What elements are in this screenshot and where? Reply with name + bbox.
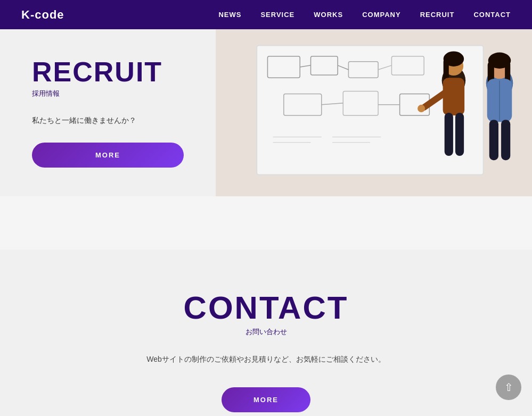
chevron-up-icon: ⇧ <box>504 381 513 394</box>
header: K-code NEWS SERVICE WORKS COMPANY RECRUI… <box>0 0 532 29</box>
recruit-more-button[interactable]: MORE <box>32 143 184 168</box>
svg-rect-35 <box>501 120 510 160</box>
nav-company[interactable]: COMPANY <box>362 11 400 19</box>
section-spacer <box>0 196 532 249</box>
recruit-left-panel: RECRUIT 採用情報 私たちと一緒に働きませんか？ MORE <box>0 29 216 196</box>
svg-rect-21 <box>444 59 449 81</box>
contact-description: Webサイトの制作のご依頼やお見積りなど、お気軽にご相談ください。 <box>21 353 511 366</box>
contact-title: CONTACT <box>21 292 511 324</box>
nav-recruit[interactable]: RECRUIT <box>420 11 455 19</box>
nav-news[interactable]: NEWS <box>218 11 241 19</box>
scroll-to-top-button[interactable]: ⇧ <box>496 375 521 400</box>
svg-rect-26 <box>455 113 464 156</box>
contact-subtitle: お問い合わせ <box>21 327 511 337</box>
contact-more-button[interactable]: MORE <box>222 387 310 412</box>
svg-rect-25 <box>445 113 453 156</box>
main-content: RECRUIT 採用情報 私たちと一緒に働きませんか？ MORE <box>0 29 532 416</box>
recruit-image <box>216 29 532 196</box>
svg-point-23 <box>418 105 425 112</box>
svg-rect-24 <box>443 78 465 115</box>
nav-service[interactable]: SERVICE <box>260 11 294 19</box>
main-nav: NEWS SERVICE WORKS COMPANY RECRUIT CONTA… <box>218 11 511 19</box>
nav-works[interactable]: WORKS <box>314 11 343 19</box>
recruit-description: 私たちと一緒に働きませんか？ <box>32 114 184 127</box>
recruit-subtitle: 採用情報 <box>32 89 184 98</box>
nav-contact[interactable]: CONTACT <box>473 11 511 19</box>
svg-rect-34 <box>489 120 498 160</box>
recruit-section: RECRUIT 採用情報 私たちと一緒に働きませんか？ MORE <box>0 29 532 196</box>
contact-section: CONTACT お問い合わせ Webサイトの制作のご依頼やお見積りなど、お気軽に… <box>0 249 532 416</box>
recruit-title: RECRUIT <box>32 58 184 86</box>
logo[interactable]: K-code <box>21 8 64 22</box>
